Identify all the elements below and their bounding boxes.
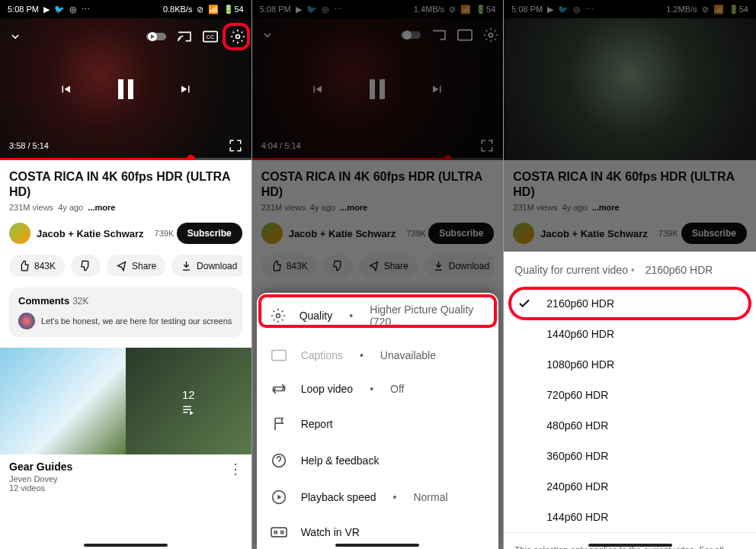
playlist-icon: [181, 404, 195, 415]
menu-captions: Captions•Unavailable: [257, 339, 499, 372]
quality-header: Quality for current video • 2160p60 HDR: [504, 252, 756, 288]
svg-point-20: [274, 531, 277, 533]
net-rate: 0.8KB/s: [163, 5, 193, 14]
cast-icon[interactable]: [177, 30, 192, 43]
gear-icon: [271, 308, 286, 323]
comments-card[interactable]: Comments32K Let's be honest, we are here…: [9, 287, 242, 337]
channel-subs: 739K: [155, 229, 175, 238]
menu-quality[interactable]: Quality•Higher Picture Quality (720…: [257, 293, 499, 339]
menu-report[interactable]: Report: [257, 406, 499, 442]
home-indicator[interactable]: [588, 544, 672, 547]
wifi-icon: 📶: [208, 5, 219, 14]
next-icon[interactable]: [179, 82, 193, 96]
download-button[interactable]: Download: [171, 255, 242, 277]
comments-label: Comments: [18, 295, 69, 307]
playlist-count: 12: [182, 388, 195, 401]
instagram-status-icon: ◎: [69, 5, 77, 14]
no-sim-icon: ⊘: [197, 5, 203, 14]
svg-point-14: [276, 314, 280, 318]
settings-gear-icon[interactable]: [229, 27, 247, 46]
quality-current: 2160p60 HDR: [645, 264, 713, 276]
reco-thumb-playlist: 12: [126, 348, 251, 454]
play-circle-icon: [271, 490, 287, 505]
autoplay-toggle[interactable]: [146, 31, 166, 42]
quality-option-144[interactable]: 144p60 HDR: [504, 502, 756, 532]
menu-quality-value: Higher Picture Quality (720…: [370, 303, 485, 328]
svg-point-5: [235, 35, 239, 39]
menu-loop[interactable]: Loop video•Off: [257, 372, 499, 406]
menu-help[interactable]: Help & feedback: [257, 442, 499, 479]
cc-icon: [271, 349, 287, 361]
collapse-icon[interactable]: [9, 30, 21, 43]
quality-option-240[interactable]: 240p60 HDR: [504, 471, 756, 502]
pause-icon[interactable]: [118, 79, 133, 99]
flag-icon: [271, 416, 287, 432]
quality-option-360[interactable]: 360p60 HDR: [504, 441, 756, 471]
reco-more-icon[interactable]: ⋮: [229, 461, 242, 477]
fullscreen-icon[interactable]: [229, 139, 242, 152]
svg-text:CC: CC: [206, 34, 214, 40]
more-status-icon: ⋯: [82, 5, 90, 14]
help-icon: [271, 453, 287, 468]
quality-option-2160[interactable]: 2160p60 HDR: [504, 288, 756, 319]
video-player[interactable]: CC 3:58 / 5:14: [0, 18, 251, 160]
battery-icon: 🔋54: [223, 5, 243, 14]
recommendation-row[interactable]: 12: [0, 348, 251, 454]
svg-rect-19: [271, 528, 287, 537]
menu-speed[interactable]: Playback speed•Normal: [257, 479, 499, 515]
channel-link[interactable]: Jacob + Katie Schwarz 739K: [9, 223, 174, 244]
phone-screen-2: 5:08 PM▶🐦◎⋯ 1.4MB/s⊘📶🔋54 4:04 / 5:14 COS…: [252, 0, 505, 549]
settings-sheet: Quality•Higher Picture Quality (720… Cap…: [257, 293, 499, 549]
video-details: COSTA RICA IN 4K 60fps HDR (ULTRA HD) 23…: [0, 160, 251, 337]
svg-point-21: [280, 531, 283, 533]
cc-icon[interactable]: CC: [203, 30, 218, 43]
progress-bar[interactable]: [0, 158, 251, 160]
channel-name: Jacob + Katie Schwarz: [37, 228, 144, 239]
quality-option-480[interactable]: 480p60 HDR: [504, 410, 756, 441]
vr-icon: [271, 527, 287, 538]
share-button[interactable]: Share: [107, 255, 165, 277]
video-meta[interactable]: 231M views 4y ago ...more: [9, 203, 242, 212]
more-link[interactable]: ...more: [88, 203, 115, 212]
youtube-status-icon: ▶: [43, 5, 50, 14]
quality-sheet: Quality for current video • 2160p60 HDR …: [504, 252, 756, 549]
status-time: 5:08 PM: [8, 5, 39, 14]
quality-option-1080[interactable]: 1080p60 HDR: [504, 349, 756, 380]
menu-quality-label: Quality: [300, 310, 333, 322]
reco-thumb-drone: [0, 348, 126, 454]
video-time: 3:58 / 5:14: [9, 141, 49, 150]
subscribe-button[interactable]: Subscribe: [177, 223, 242, 244]
svg-marker-18: [277, 495, 281, 500]
home-indicator[interactable]: [335, 544, 419, 547]
loop-icon: [271, 383, 287, 395]
status-bar: 5:08 PM ▶ 🐦 ◎ ⋯ 0.8KB/s ⊘ 📶 🔋54: [0, 0, 251, 18]
like-button[interactable]: 843K: [9, 255, 65, 277]
quality-option-720[interactable]: 720p60 HDR: [504, 380, 756, 410]
prev-icon[interactable]: [59, 82, 72, 96]
twitter-status-icon: 🐦: [54, 5, 65, 14]
action-chips: 843K Share Download Clip: [9, 255, 242, 277]
check-icon: [517, 297, 531, 310]
quality-option-1440[interactable]: 1440p60 HDR: [504, 319, 756, 349]
comments-count: 32K: [72, 296, 88, 307]
channel-avatar: [9, 223, 30, 244]
reco-title[interactable]: Gear Guides: [9, 461, 72, 473]
top-comment: Let's be honest, we are here for testing…: [41, 316, 232, 326]
dislike-button[interactable]: [71, 255, 101, 277]
svg-rect-15: [271, 350, 285, 360]
home-indicator[interactable]: [84, 544, 168, 547]
phone-screen-1: 5:08 PM ▶ 🐦 ◎ ⋯ 0.8KB/s ⊘ 📶 🔋54 CC: [0, 0, 252, 549]
video-title[interactable]: COSTA RICA IN 4K 60fps HDR (ULTRA HD): [9, 169, 242, 200]
phone-screen-3: 5:08 PM▶🐦◎⋯ 1.2MB/s⊘📶🔋54 COSTA RICA IN 4…: [504, 0, 756, 549]
commenter-avatar: [18, 313, 35, 329]
